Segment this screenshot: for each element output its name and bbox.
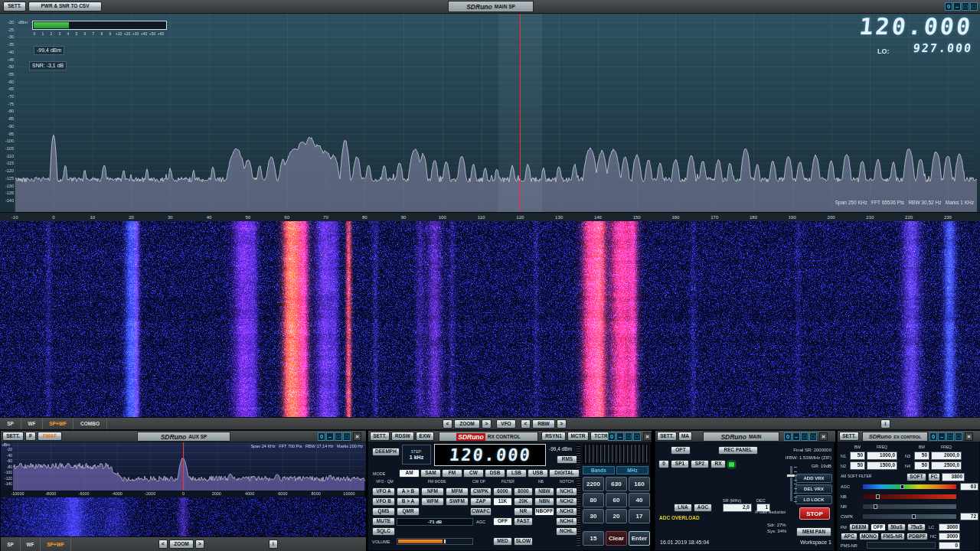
fc-button[interactable]: FC bbox=[928, 473, 940, 481]
band-key-630[interactable]: 630 bbox=[606, 477, 627, 491]
nr-slider[interactable] bbox=[862, 504, 957, 510]
f11k-button[interactable]: 11K bbox=[493, 497, 512, 506]
vrx-number-button[interactable]: 0 bbox=[658, 460, 669, 468]
deem-button[interactable]: DEEM bbox=[849, 523, 869, 531]
restore-button[interactable]: □ bbox=[962, 2, 969, 11]
vrx-zero-button[interactable]: 0 bbox=[608, 432, 616, 441]
qms-button[interactable]: QMS bbox=[372, 507, 395, 516]
maximize-button[interactable]: □ bbox=[970, 2, 978, 11]
main-sp-settings-button[interactable]: SETT. bbox=[3, 2, 26, 11]
wfm-button[interactable]: WFM bbox=[421, 497, 444, 506]
sr-value-field[interactable]: 2,0 bbox=[723, 504, 752, 512]
maximize-button[interactable]: □ bbox=[955, 432, 962, 441]
mctr-button[interactable]: MCTR bbox=[567, 432, 589, 441]
close-icon[interactable]: × bbox=[819, 432, 828, 441]
aux-zoom-button[interactable]: ZOOM bbox=[169, 540, 194, 549]
nbn-button[interactable]: NBN bbox=[534, 497, 554, 506]
notch-freq-field[interactable]: 2500,0 bbox=[931, 461, 962, 470]
slider-thumb[interactable] bbox=[912, 514, 916, 519]
rbw-plus-button[interactable]: > bbox=[557, 419, 567, 429]
nchl-button[interactable]: NCHL bbox=[556, 527, 577, 536]
band-key-17[interactable]: 17 bbox=[629, 509, 650, 523]
qmr-button[interactable]: QMR bbox=[397, 507, 420, 516]
restore-button[interactable]: □ bbox=[335, 432, 342, 441]
nch1-button[interactable]: NCH1 bbox=[556, 487, 577, 496]
soft-button[interactable]: SOFT bbox=[906, 473, 926, 481]
exw-button[interactable]: EXW bbox=[416, 432, 434, 441]
maximize-button[interactable]: □ bbox=[809, 432, 817, 441]
agc-med-button[interactable]: MED bbox=[493, 537, 512, 546]
deem-off-button[interactable]: OFF bbox=[871, 523, 886, 531]
vrx-zero-button[interactable]: 0 bbox=[945, 2, 952, 11]
close-icon[interactable]: × bbox=[353, 432, 361, 441]
mfm-button[interactable]: MFM bbox=[446, 487, 469, 496]
fms-nr-button[interactable]: FMS-NR bbox=[880, 533, 905, 540]
maximize-button[interactable]: □ bbox=[343, 432, 351, 441]
deem-50us-button[interactable]: 50uS bbox=[887, 523, 906, 531]
notch-bw-field[interactable]: 50 bbox=[850, 461, 865, 470]
aux-tab-wf[interactable]: WF bbox=[21, 537, 41, 551]
stop-button[interactable]: STOP bbox=[799, 507, 830, 520]
vrx-zero-button[interactable]: 0 bbox=[929, 432, 937, 441]
rec-panel-button[interactable]: REC PANEL bbox=[718, 446, 758, 455]
notch-freq-field[interactable]: 1000,0 bbox=[867, 452, 897, 460]
minimize-button[interactable]: – bbox=[616, 432, 624, 441]
nch2-button[interactable]: NCH2 bbox=[556, 497, 577, 506]
a-b-button[interactable]: A > B bbox=[397, 487, 420, 496]
aux-fmaf-button[interactable]: FMAF bbox=[38, 432, 62, 441]
agc-fast-button[interactable]: FAST bbox=[514, 517, 533, 526]
minimize-button[interactable]: – bbox=[792, 432, 800, 441]
band-key-40[interactable]: 40 bbox=[629, 493, 650, 507]
mode-fm-button[interactable]: FM bbox=[442, 469, 462, 478]
band-key-160[interactable]: 160 bbox=[629, 477, 650, 491]
band-key-clear[interactable]: Clear bbox=[606, 531, 627, 546]
nch4-button[interactable]: NCH4 bbox=[556, 517, 577, 526]
hc-value-field[interactable]: 3000 bbox=[939, 533, 960, 540]
vfo-b-button[interactable]: VFO B bbox=[372, 497, 395, 506]
minimize-button[interactable]: – bbox=[326, 432, 334, 441]
mode-sam-button[interactable]: SAM bbox=[420, 469, 441, 478]
if-gain-slider-track[interactable] bbox=[790, 466, 792, 501]
rx-settings-button[interactable]: SETT. bbox=[370, 432, 390, 441]
slider-thumb[interactable] bbox=[876, 494, 880, 499]
pdbpf-button[interactable]: PDBPF bbox=[906, 533, 928, 540]
agc-value-field[interactable]: 63 bbox=[960, 483, 978, 491]
mode-digital-button[interactable]: DIGITAL bbox=[549, 469, 580, 478]
notch-bw-field[interactable]: 50 bbox=[914, 452, 929, 460]
cwpk-slider[interactable] bbox=[862, 514, 957, 520]
close-icon[interactable]: × bbox=[965, 432, 973, 441]
f20k-button[interactable]: 20K bbox=[514, 497, 533, 506]
f6000-button[interactable]: 6000 bbox=[493, 487, 512, 496]
fc-value-field[interactable]: 3800 bbox=[942, 473, 965, 481]
bands-header-button[interactable]: Bands bbox=[583, 466, 615, 474]
nbw-button[interactable]: NBW bbox=[534, 487, 554, 496]
close-icon[interactable]: × bbox=[643, 432, 652, 441]
cwpk-button[interactable]: CWPK bbox=[470, 487, 492, 496]
add-vrx-button[interactable]: ADD VRX bbox=[795, 474, 832, 483]
apc-button[interactable]: APC bbox=[841, 533, 858, 540]
minimize-button[interactable]: – bbox=[953, 2, 961, 11]
pms-nr-slider[interactable] bbox=[867, 542, 936, 549]
slider-thumb[interactable] bbox=[874, 504, 877, 509]
aux-zoom-plus-button[interactable]: > bbox=[195, 540, 204, 549]
mode-am-button[interactable]: AM bbox=[399, 469, 420, 478]
main-spectrum-canvas[interactable] bbox=[0, 14, 980, 212]
mode-lsb-button[interactable]: LSB bbox=[506, 469, 527, 478]
mode-usb-button[interactable]: USB bbox=[528, 469, 548, 478]
aux-f-button[interactable]: F bbox=[25, 432, 36, 441]
mhz-header-button[interactable]: MHz bbox=[616, 466, 648, 474]
step-selector[interactable]: STEP: 1 kHz bbox=[402, 445, 431, 465]
restore-button[interactable]: □ bbox=[625, 432, 632, 441]
notch-freq-field[interactable]: 2000,0 bbox=[931, 452, 962, 460]
band-key-30[interactable]: 30 bbox=[583, 509, 604, 523]
rx-button[interactable]: RX bbox=[710, 460, 726, 468]
notch-bw-field[interactable]: 50 bbox=[914, 461, 929, 470]
minimize-button[interactable]: – bbox=[938, 432, 946, 441]
tuning-wheel[interactable] bbox=[583, 444, 648, 464]
display-tab-spwf[interactable]: SP+WF bbox=[43, 418, 74, 429]
info-button[interactable]: i bbox=[880, 419, 890, 429]
opt-button[interactable]: OPT bbox=[671, 446, 691, 455]
nboff-button[interactable]: NBOFF bbox=[534, 507, 554, 516]
rdsw-button[interactable]: RDSW bbox=[391, 432, 414, 441]
mono-button[interactable]: MONO bbox=[859, 533, 879, 540]
